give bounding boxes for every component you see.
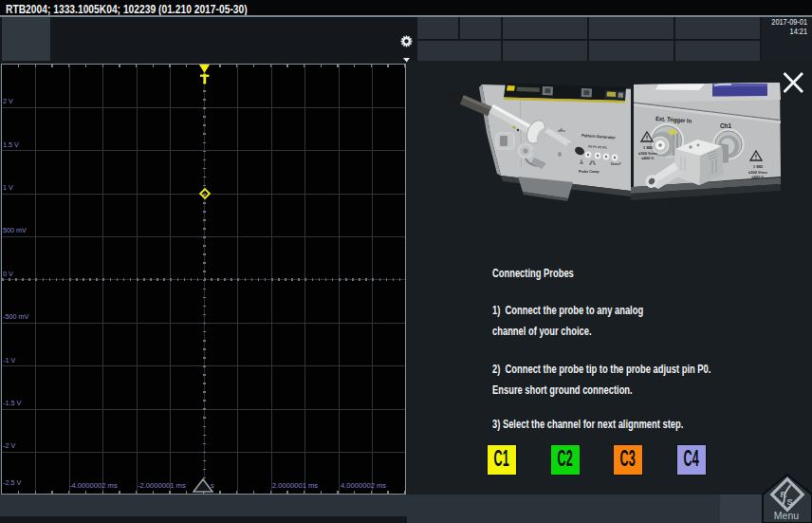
svg-text:Demo?: Demo? <box>611 162 621 166</box>
svg-text:≤400 Vⱼ: ≤400 Vⱼ <box>751 175 765 179</box>
svg-text:1 MΩ: 1 MΩ <box>753 164 764 169</box>
svg-text:Menu: Menu <box>774 510 799 521</box>
svg-text:1 MΩ: 1 MΩ <box>643 145 654 150</box>
svg-text:S: S <box>787 496 793 507</box>
svg-text:≤300 Vrms: ≤300 Vrms <box>638 151 658 156</box>
svg-text:Ch1: Ch1 <box>720 122 732 129</box>
svg-text:≤400 Vⱼ: ≤400 Vⱼ <box>641 156 655 160</box>
svg-text:≤300 Vrms: ≤300 Vrms <box>748 170 768 175</box>
svg-text:R: R <box>781 489 787 499</box>
svg-text:Probe Comp: Probe Comp <box>579 170 600 174</box>
